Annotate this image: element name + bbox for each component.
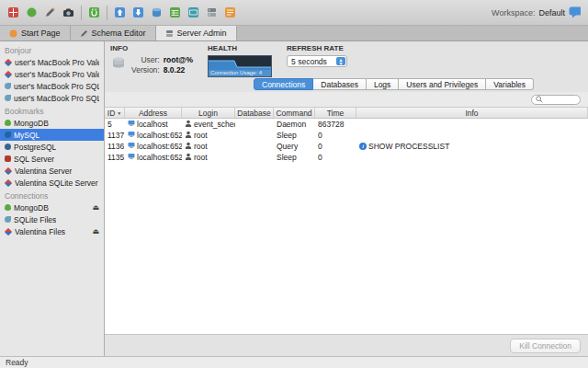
column-header-info[interactable]: Info — [356, 108, 588, 118]
plug-connection-icon[interactable] — [88, 6, 100, 18]
version-label: Version: — [131, 65, 160, 75]
sidebar-item-bonjour-valentina[interactable]: user's MacBook Pro Valentina — [0, 68, 104, 80]
connection-usage-label: Connection Usage: 4 — [209, 70, 271, 76]
tab-server-admin[interactable]: Server Admin — [156, 26, 237, 40]
tab-databases[interactable]: Databases — [313, 78, 367, 90]
column-header-address[interactable]: Address — [125, 108, 182, 118]
valentina-icon — [5, 227, 12, 235]
column-header-command[interactable]: Command — [274, 108, 315, 118]
tab-connections[interactable]: Connections — [254, 78, 313, 90]
sidebar-item-connection-valentina-files[interactable]: Valentina Files ⏏ — [0, 225, 104, 237]
user-icon — [185, 153, 192, 162]
host-icon — [128, 142, 135, 151]
sidebar-item-connection-mongodb[interactable]: MongoDB ⏏ — [0, 201, 104, 213]
sidebar-item-sql-server[interactable]: SQL Server — [0, 153, 104, 165]
eject-icon[interactable]: ⏏ — [92, 204, 99, 212]
host-icon — [128, 120, 135, 129]
health-title: HEALTH — [208, 44, 272, 52]
sidebar-item-valentina-server[interactable]: Valentina Server — [0, 165, 104, 177]
status-bar: Ready — [0, 356, 588, 368]
sidebar-section-bonjour: Bonjour — [0, 43, 104, 56]
servers-sidebar: Bonjour user's MacBook Pro Valentina (S.… — [0, 41, 105, 356]
health-usage-chart: Connection Usage: 4 — [208, 55, 272, 77]
sidebar-item-postgresql[interactable]: PostgreSQL — [0, 141, 104, 153]
column-header-time[interactable]: Time — [315, 108, 356, 118]
sidebar-item-bonjour-valentina-ssl[interactable]: user's MacBook Pro Valentina (S... — [0, 56, 104, 68]
sidebar-item-mongodb[interactable]: MongoDB — [0, 117, 104, 129]
sqlite-icon — [5, 216, 11, 223]
tab-variables[interactable]: Variables — [486, 78, 534, 90]
upload-icon[interactable] — [114, 6, 126, 18]
server-admin-panel: INFO User: root@% Version: 8.0.22 HEALTH — [105, 41, 588, 356]
tab-start-page[interactable]: Start Page — [0, 26, 71, 40]
mysql-icon — [5, 132, 11, 138]
eject-icon[interactable]: ⏏ — [92, 228, 99, 236]
database-icon[interactable] — [151, 6, 163, 18]
valentina-icon — [5, 167, 12, 174]
edit-pencil-icon[interactable] — [44, 6, 56, 18]
refresh-rate-title: REFRESH RATE — [287, 44, 347, 52]
refresh-rate-value: 5 seconds — [291, 57, 327, 66]
tab-users-and-privileges[interactable]: Users and Privileges — [399, 78, 486, 90]
column-header-database[interactable]: Database — [235, 108, 274, 118]
table-row[interactable]: 5 localhost event_scheduler Daemon 86372… — [105, 119, 588, 130]
workspace-label: Workspace: — [492, 8, 535, 17]
host-icon — [128, 153, 135, 162]
table-row[interactable]: 1137 localhost:65247 root Sleep 0 — [105, 130, 588, 141]
table-editor-icon[interactable] — [169, 6, 181, 18]
toolbar-separator — [107, 6, 107, 20]
column-header-login[interactable]: Login — [182, 108, 235, 118]
search-input[interactable] — [531, 95, 581, 105]
sidebar-item-mysql[interactable]: MySQL — [0, 129, 104, 141]
dropdown-chevrons-icon: ▲ ▼ — [336, 57, 345, 65]
sidebar-section-connections: Connections — [0, 189, 104, 201]
info-circle-icon: i — [359, 143, 367, 150]
user-icon — [185, 120, 192, 129]
server-admin-icon[interactable] — [206, 6, 218, 18]
admin-tabs-row: Connections Databases Logs Users and Pri… — [105, 78, 588, 92]
valentina-icon — [5, 178, 12, 186]
start-page-icon — [9, 29, 17, 38]
user-icon — [185, 131, 192, 140]
download-icon[interactable] — [132, 6, 144, 18]
sort-desc-icon: ▼ — [117, 110, 121, 116]
tab-label: Server Admin — [177, 29, 227, 38]
valentina-icon — [5, 70, 12, 77]
sidebar-item-bonjour-sqlite-ssl[interactable]: user's MacBook Pro SQLite (SSL) — [0, 80, 104, 92]
health-group: HEALTH Connection Usage: 4 — [208, 44, 272, 78]
user-value: root@% — [164, 55, 193, 64]
tab-label: Schema Editor — [92, 29, 146, 38]
server-database-icon — [110, 55, 127, 72]
status-text: Ready — [6, 358, 28, 367]
host-icon — [128, 131, 135, 140]
mongodb-icon — [5, 204, 11, 211]
column-header-id[interactable]: ID ▼ — [105, 108, 125, 118]
table-action-bar: Kill Connection — [105, 334, 588, 356]
new-database-icon[interactable] — [7, 6, 19, 18]
tab-label: Start Page — [21, 29, 61, 38]
valentina-icon — [5, 58, 12, 65]
sidebar-item-valentina-sqlite-server[interactable]: Valentina SQLite Server — [0, 177, 104, 189]
sidebar-item-bonjour-sqlite[interactable]: user's MacBook Pro SQLite — [0, 92, 104, 104]
snapshot-camera-icon[interactable] — [62, 6, 74, 18]
refresh-rate-group: REFRESH RATE 5 seconds ▲ ▼ — [287, 44, 347, 78]
report-editor-icon[interactable] — [224, 6, 236, 18]
user-icon — [185, 142, 192, 151]
info-title: INFO — [110, 44, 193, 52]
connect-icon[interactable] — [26, 6, 38, 18]
table-row[interactable]: 1136 localhost:65246 root Query 0 iSHOW … — [105, 141, 588, 152]
info-group: INFO User: root@% Version: 8.0.22 — [110, 44, 193, 78]
feedback-chat-icon[interactable] — [569, 6, 581, 18]
schema-editor-icon — [80, 29, 88, 38]
diagram-editor-icon[interactable] — [187, 6, 199, 18]
mongodb-icon — [5, 120, 11, 126]
table-row[interactable]: 1135 localhost:65245 root Sleep 0 — [105, 152, 588, 163]
tab-logs[interactable]: Logs — [367, 78, 399, 90]
tab-schema-editor[interactable]: Schema Editor — [71, 26, 156, 40]
sidebar-item-connection-sqlite-files[interactable]: SQLite Files — [0, 213, 104, 225]
app-window: Workspace: Default Start Page Schema Edi… — [0, 0, 588, 368]
refresh-rate-dropdown[interactable]: 5 seconds ▲ ▼ — [287, 55, 347, 67]
kill-connection-button[interactable]: Kill Connection — [510, 339, 581, 353]
workspace-value: Default — [538, 8, 565, 17]
connections-table-body: 5 localhost event_scheduler Daemon 86372… — [105, 119, 588, 334]
